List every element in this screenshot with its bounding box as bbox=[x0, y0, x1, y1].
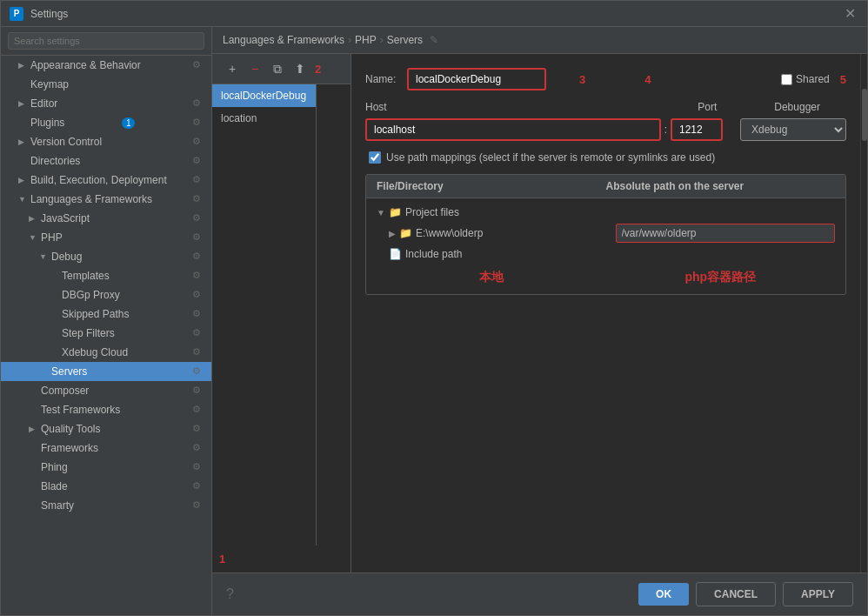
title-bar-left: P Settings bbox=[10, 7, 68, 21]
settings-window: P Settings ✕ ▶ Appearance & Behavior ⚙ K… bbox=[0, 0, 868, 616]
apply-button[interactable]: APPLY bbox=[783, 582, 853, 606]
inner-panel: + − ⧉ ⬆ 2 bbox=[212, 54, 867, 572]
window-title: Settings bbox=[30, 8, 68, 20]
connection-section: Host Port Debugger : X bbox=[365, 101, 846, 141]
sidebar-item-php[interactable]: ▼ PHP ⚙ bbox=[1, 228, 211, 247]
sidebar-item-templates[interactable]: Templates ⚙ bbox=[1, 266, 211, 285]
sidebar-item-smarty[interactable]: Smarty ⚙ bbox=[1, 496, 211, 515]
sidebar-item-composer[interactable]: Composer ⚙ bbox=[1, 381, 211, 400]
settings-icon: ⚙ bbox=[192, 442, 204, 454]
add-server-button[interactable]: + bbox=[223, 59, 242, 78]
path-mappings-checkbox[interactable] bbox=[369, 151, 381, 164]
settings-icon: ⚙ bbox=[192, 270, 204, 282]
server-item-local[interactable]: localDockerDebug bbox=[212, 84, 316, 107]
local-text: 本地 bbox=[479, 270, 504, 284]
project-files-row: ▼ 📁 Project files bbox=[371, 204, 840, 221]
path-mappings-label: Use path mappings (select if the server … bbox=[386, 151, 715, 164]
sidebar-item-keymap[interactable]: Keymap bbox=[1, 75, 211, 94]
title-bar: P Settings ✕ bbox=[1, 1, 867, 27]
servers-list: localDockerDebug location bbox=[212, 84, 317, 546]
arrow-icon: ▶ bbox=[29, 214, 37, 223]
spacer bbox=[401, 101, 684, 113]
sidebar-item-javascript[interactable]: ▶ JavaScript ⚙ bbox=[1, 209, 211, 228]
sidebar-item-appearance[interactable]: ▶ Appearance & Behavior ⚙ bbox=[1, 56, 211, 75]
close-button[interactable]: ✕ bbox=[845, 7, 858, 21]
settings-icon: ⚙ bbox=[192, 59, 204, 71]
sidebar-item-directories[interactable]: Directories ⚙ bbox=[1, 151, 211, 171]
server-path-text: php容器路径 bbox=[684, 270, 756, 284]
minus-icon: − bbox=[251, 62, 258, 76]
settings-icon: ⚙ bbox=[192, 308, 204, 320]
local-path-item: ▶ 📁 E:\www\olderp bbox=[389, 227, 609, 239]
sidebar-item-debug[interactable]: ▼ Debug ⚙ bbox=[1, 247, 211, 266]
search-input[interactable] bbox=[8, 32, 204, 50]
debugger-group: Xdebug Zend Debugger bbox=[740, 118, 846, 141]
annotation-5: 5 bbox=[840, 73, 846, 86]
server-path-input[interactable] bbox=[616, 224, 836, 243]
col-absolute-path: Absolute path on the server bbox=[606, 180, 836, 192]
annotation-3: 3 bbox=[579, 73, 585, 86]
mappings-body: ▼ 📁 Project files ▶ 📁 bbox=[366, 198, 845, 294]
settings-icon: ⚙ bbox=[192, 385, 204, 397]
settings-icon: ⚙ bbox=[192, 231, 204, 244]
annotation-1: 1 bbox=[219, 552, 225, 566]
shared-checkbox-group: Shared 5 bbox=[781, 73, 846, 86]
arrow-icon: ▼ bbox=[39, 252, 48, 261]
settings-icon: ⚙ bbox=[192, 136, 204, 148]
move-icon: ⬆ bbox=[295, 62, 305, 76]
scrollbar-thumb[interactable] bbox=[862, 89, 867, 141]
help-icon[interactable]: ? bbox=[226, 586, 234, 602]
form-area: Name: 3 4 Shared 5 bbox=[351, 54, 860, 572]
sidebar-item-xdebug-cloud[interactable]: Xdebug Cloud ⚙ bbox=[1, 343, 211, 362]
sidebar-item-languages[interactable]: ▼ Languages & Frameworks ⚙ bbox=[1, 190, 211, 209]
remove-server-button[interactable]: − bbox=[245, 59, 264, 78]
sidebar-item-editor[interactable]: ▶ Editor ⚙ bbox=[1, 94, 211, 113]
settings-icon: ⚙ bbox=[192, 251, 204, 263]
arrow-icon: ▼ bbox=[18, 195, 27, 204]
breadcrumb-php: PHP bbox=[355, 34, 377, 46]
include-path-row: 📄 Include path bbox=[371, 245, 840, 263]
sidebar-item-servers[interactable]: Servers ⚙ bbox=[1, 362, 211, 381]
name-input[interactable] bbox=[407, 68, 546, 90]
cancel-button[interactable]: CANCEL bbox=[696, 582, 776, 606]
include-icon: 📄 bbox=[389, 248, 402, 260]
sidebar-item-skipped-paths[interactable]: Skipped Paths ⚙ bbox=[1, 305, 211, 324]
sidebar-item-frameworks[interactable]: Frameworks ⚙ bbox=[1, 439, 211, 458]
sidebar-item-quality-tools[interactable]: ▶ Quality Tools ⚙ bbox=[1, 419, 211, 439]
breadcrumb-bar: Languages & Frameworks › PHP › Servers ✎ bbox=[212, 27, 867, 54]
debugger-select[interactable]: Xdebug Zend Debugger bbox=[740, 118, 846, 141]
sidebar-item-step-filters[interactable]: Step Filters ⚙ bbox=[1, 324, 211, 343]
colon-separator: : bbox=[661, 124, 671, 136]
footer: ? OK CANCEL APPLY bbox=[212, 572, 867, 615]
edit-icon: ✎ bbox=[430, 34, 438, 46]
port-input[interactable] bbox=[671, 118, 723, 141]
include-path-item: 📄 Include path bbox=[389, 248, 609, 260]
sidebar-item-dbgp[interactable]: DBGp Proxy ⚙ bbox=[1, 285, 211, 305]
name-row: Name: 3 4 Shared 5 bbox=[365, 68, 846, 90]
project-files-item: ▼ 📁 Project files bbox=[377, 206, 603, 218]
arrow-right-icon: ▶ bbox=[389, 229, 396, 238]
sidebar-item-plugins[interactable]: Plugins 1 ⚙ bbox=[1, 113, 211, 132]
move-server-button[interactable]: ⬆ bbox=[290, 59, 310, 78]
server-item-location[interactable]: location bbox=[212, 107, 316, 130]
settings-icon: ⚙ bbox=[192, 174, 204, 186]
folder-icon2: 📁 bbox=[399, 227, 412, 239]
ok-button[interactable]: OK bbox=[638, 583, 689, 606]
shared-checkbox[interactable] bbox=[781, 74, 792, 85]
shared-label: Shared bbox=[796, 73, 830, 85]
scrollbar[interactable] bbox=[860, 54, 867, 572]
sidebar-item-phing[interactable]: Phing ⚙ bbox=[1, 458, 211, 477]
sidebar-item-version-control[interactable]: ▶ Version Control ⚙ bbox=[1, 132, 211, 151]
mappings-header: File/Directory Absolute path on the serv… bbox=[366, 175, 845, 198]
sidebar-item-build[interactable]: ▶ Build, Execution, Deployment ⚙ bbox=[1, 171, 211, 190]
copy-server-button[interactable]: ⧉ bbox=[268, 59, 287, 78]
breadcrumb-sep1: › bbox=[348, 34, 351, 46]
server-annotation: php容器路径 bbox=[606, 270, 836, 285]
sidebar-item-test-frameworks[interactable]: Test Frameworks ⚙ bbox=[1, 400, 211, 419]
settings-icon: ⚙ bbox=[192, 155, 204, 167]
arrow-icon: ▶ bbox=[18, 61, 27, 70]
host-input[interactable] bbox=[365, 118, 661, 141]
annotation-4: 4 bbox=[644, 73, 651, 86]
server-path-cell bbox=[616, 224, 836, 243]
sidebar-item-blade[interactable]: Blade ⚙ bbox=[1, 477, 211, 496]
